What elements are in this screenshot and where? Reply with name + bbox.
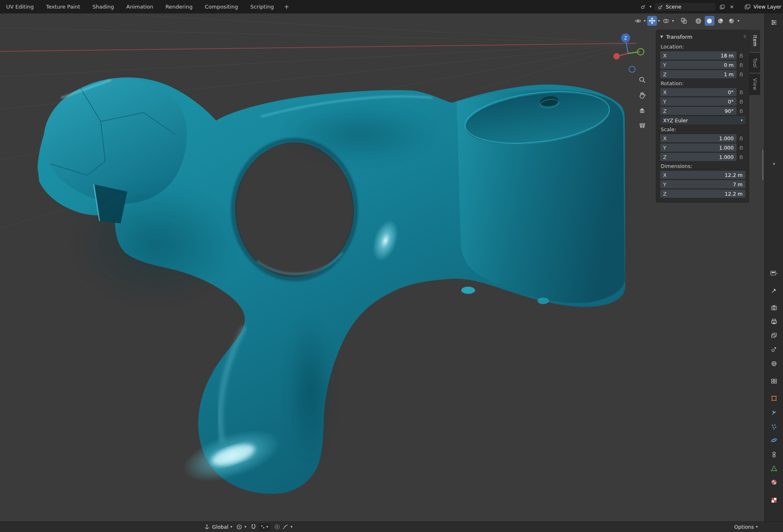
grid-perspective-icon[interactable] (637, 120, 648, 131)
workspace-tab-shading[interactable]: Shading (86, 0, 120, 13)
camera-view-icon[interactable] (637, 105, 648, 116)
rotation-y-field[interactable]: Y 0° (660, 97, 737, 106)
location-y-field[interactable]: Y 0 m (660, 61, 737, 69)
sidebar-tab-tool[interactable]: Tool (749, 53, 760, 73)
browse-scene-icon[interactable] (640, 3, 647, 11)
scene-selector[interactable]: Scene (654, 2, 716, 11)
rotation-x-lock-icon[interactable] (737, 90, 745, 95)
render-icon[interactable] (765, 302, 783, 313)
scale-z-row: Z 1.000 (660, 153, 745, 161)
shading-solid-icon[interactable] (705, 16, 714, 26)
outliner-filter-icon[interactable] (765, 17, 783, 28)
output-icon[interactable] (765, 316, 783, 327)
shading-rendered-icon[interactable] (727, 16, 737, 26)
scene-tab-icon[interactable] (765, 344, 783, 355)
panel-drag-grip-icon[interactable]: ⠿ (743, 35, 745, 39)
overlays-chevron-icon[interactable]: ▾ (672, 19, 674, 23)
snap-mode-icon (261, 525, 265, 529)
panel-collapse-chevron-icon[interactable]: ▾ (765, 158, 783, 170)
workspace-tab-texture-paint[interactable]: Texture Paint (40, 0, 86, 13)
workspace-tab-uv-editing[interactable]: UV Editing (0, 0, 40, 13)
material-icon[interactable] (765, 477, 783, 488)
location-y-lock-icon[interactable] (737, 63, 745, 67)
zoom-icon[interactable] (637, 74, 648, 86)
workspace-tab-scripting[interactable]: Scripting (244, 0, 280, 13)
overlays-toggle-icon[interactable] (661, 16, 671, 26)
sidebar-tab-item[interactable]: Item (749, 30, 760, 52)
tool-icon[interactable] (765, 285, 783, 296)
gizmo-z-negative-axis[interactable] (629, 66, 635, 73)
view-layer-name[interactable]: View Layer (754, 4, 782, 10)
gizmo-x-axis[interactable] (613, 53, 620, 60)
scale-z-field[interactable]: Z 1.000 (660, 153, 737, 161)
options-dropdown[interactable]: Options ▾ (734, 524, 758, 530)
location-z-lock-icon[interactable] (737, 72, 745, 77)
rotation-z-lock-icon[interactable] (737, 109, 745, 113)
workspace-tab-rendering[interactable]: Rendering (159, 0, 199, 13)
rotation-y-lock-icon[interactable] (737, 99, 745, 104)
viewport-footer: Global ▾ ▾ ▾ ▾ Options ▾ (0, 521, 783, 532)
options-label: Options (734, 524, 754, 530)
xray-toggle-icon[interactable] (679, 16, 689, 26)
scale-x-field[interactable]: X 1.000 (660, 134, 737, 142)
pivot-chevron-icon: ▾ (244, 525, 246, 529)
world-icon[interactable] (765, 358, 783, 369)
scale-y-lock-icon[interactable] (737, 146, 745, 150)
scale-y-field[interactable]: Y 1.000 (660, 143, 737, 152)
transform-panel-header[interactable]: ▼ Transform ⠿ (660, 32, 745, 42)
editor-type-icon[interactable] (765, 268, 783, 279)
texture-icon[interactable] (765, 494, 783, 506)
orientation-chevron-icon: ▾ (230, 525, 232, 529)
visibility-eye-icon[interactable] (633, 16, 643, 26)
scale-z-lock-icon[interactable] (737, 155, 745, 159)
physics-icon[interactable] (765, 435, 783, 446)
pivot-point-dropdown[interactable]: ▾ (236, 524, 246, 530)
scale-x-lock-icon[interactable] (737, 136, 745, 141)
particles-icon[interactable] (765, 421, 783, 433)
location-x-field[interactable]: X 18 m (660, 51, 737, 60)
constraints-icon[interactable] (765, 449, 783, 460)
dimensions-x-field[interactable]: X 12.2 m (660, 171, 745, 179)
snap-magnet-icon[interactable] (250, 524, 257, 530)
transform-orientation-dropdown[interactable]: Global ▾ (204, 524, 232, 530)
workspace-tab-animation[interactable]: Animation (120, 0, 159, 13)
new-scene-icon[interactable] (719, 3, 726, 11)
navigation-gizmo[interactable]: Z (610, 29, 655, 75)
scene-name: Scene (666, 4, 681, 10)
dimensions-y-field[interactable]: Y 7 m (660, 180, 745, 188)
object-data-icon[interactable] (765, 463, 783, 474)
panel-expand-icon[interactable]: ▼ (660, 35, 663, 39)
view-layer-tab-icon[interactable] (765, 330, 783, 341)
dimensions-label: Dimensions: (661, 163, 745, 169)
shading-wireframe-icon[interactable] (694, 16, 703, 26)
rotation-mode-dropdown[interactable]: XYZ Euler ▾ (660, 116, 745, 124)
gizmos-chevron-icon[interactable]: ▾ (658, 19, 660, 23)
location-x-lock-icon[interactable] (737, 53, 745, 58)
workspace-tab-compositing[interactable]: Compositing (199, 0, 244, 13)
gizmo-y-axis[interactable] (637, 49, 644, 55)
proportional-editing-icon[interactable] (274, 524, 280, 530)
snap-settings-dropdown[interactable]: ▾ (259, 523, 270, 531)
modifiers-wrench-icon[interactable] (765, 407, 783, 418)
browse-scene-chevron-icon[interactable]: ▾ (650, 5, 652, 9)
unlink-scene-icon[interactable]: ✕ (728, 3, 736, 11)
location-z-field[interactable]: Z 1 m (660, 70, 737, 78)
dimensions-z-field[interactable]: Z 12.2 m (660, 190, 745, 198)
scene-icon (658, 4, 664, 10)
rotation-x-field[interactable]: X 0° (660, 88, 737, 96)
collection-icon[interactable] (765, 375, 783, 387)
shading-material-icon[interactable] (716, 16, 725, 26)
add-workspace-button[interactable]: + (280, 0, 294, 13)
scrollbar[interactable] (762, 150, 763, 180)
sidebar-tab-view[interactable]: View (749, 74, 760, 95)
falloff-curve-icon[interactable] (282, 524, 288, 530)
gizmos-toggle-icon[interactable] (647, 16, 657, 26)
falloff-chevron-icon[interactable]: ▾ (290, 525, 292, 529)
scale-y-row: Y 1.000 (660, 143, 745, 152)
visibility-chevron-icon[interactable]: ▾ (644, 19, 646, 23)
pan-hand-icon[interactable] (637, 90, 648, 101)
rotation-z-field[interactable]: Z 90° (660, 107, 737, 115)
object-icon[interactable] (765, 393, 783, 404)
orientation-axes-icon (204, 524, 210, 530)
shading-chevron-icon[interactable]: ▾ (738, 19, 740, 23)
